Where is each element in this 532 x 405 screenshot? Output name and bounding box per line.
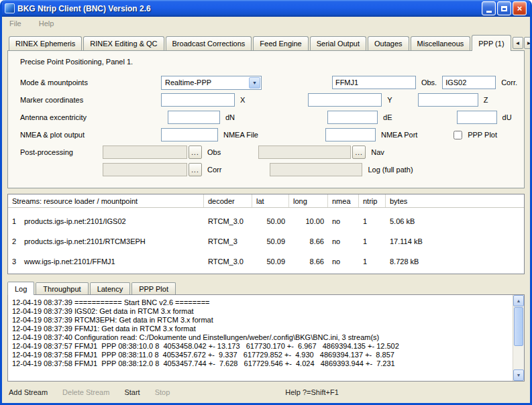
header-ntrip: ntrip <box>359 194 386 207</box>
nmea-plot-output-label: NMEA & plot output <box>20 131 156 139</box>
row-nmea: no <box>328 237 359 245</box>
start-button[interactable]: Start <box>124 388 140 396</box>
corr-mountpoint-input[interactable] <box>442 76 496 89</box>
tab-rinex-ephemeris[interactable]: RINEX Ephemeris <box>9 36 82 50</box>
mode-row: Mode & mountpoints Realtime-PPP ▼ Obs. C… <box>15 74 517 91</box>
log-scrollbar[interactable]: ▲ ▼ <box>513 295 524 381</box>
ppp-plot-label: PPP Plot <box>468 131 497 139</box>
post-nav-label: Nav <box>371 148 384 156</box>
tab-log[interactable]: Log <box>7 282 34 295</box>
nmea-file-label: NMEA File <box>223 131 258 139</box>
bottom-tab-bar: Log Throughput Latency PPP Plot <box>7 282 525 294</box>
row-mountpoint: products.igs-ip.net:2101/RTCM3EPH <box>20 237 204 245</box>
maximize-button[interactable] <box>497 1 511 15</box>
row-nmea: no <box>328 217 359 225</box>
obs-mountpoint-input[interactable] <box>332 76 416 89</box>
marker-coordinates-label: Marker coordinates <box>20 96 156 104</box>
post-corr-browse-button[interactable]: ... <box>189 163 202 176</box>
header-decoder: decoder <box>204 194 252 207</box>
post-log-input[interactable] <box>270 163 362 176</box>
delete-stream-button[interactable]: Delete Stream <box>62 388 109 396</box>
log-line: 12-04-19 08:37:40 Configuration read: C:… <box>12 333 511 342</box>
nmea-port-label: NMEA Port <box>381 131 417 139</box>
scrollbar-thumb[interactable] <box>514 307 523 346</box>
marker-y-input[interactable] <box>308 93 382 107</box>
stream-row[interactable]: 3 www.igs-ip.net:2101/FFMJ1 RTCM_3.0 50.… <box>8 251 524 272</box>
dn-label: dN <box>225 113 235 121</box>
tab-scroll-right-button[interactable]: ► <box>524 37 532 49</box>
post-nav-input[interactable] <box>258 146 351 159</box>
ppp-panel: Precise Point Positioning, Panel 1. Mode… <box>7 50 525 188</box>
row-long: 10.00 <box>289 217 328 225</box>
tab-serial-output[interactable]: Serial Output <box>310 36 366 50</box>
tab-throughput[interactable]: Throughput <box>36 282 88 294</box>
du-label: dU <box>502 113 512 121</box>
footer-bar: Add Stream Delete Stream Start Stop Help… <box>2 382 530 403</box>
minimize-button[interactable] <box>482 1 496 15</box>
header-bytes: bytes <box>386 194 524 207</box>
log-panel: 12-04-19 08:37:39 =========== Start BNC … <box>7 294 525 382</box>
panel-heading: Precise Point Positioning, Panel 1. <box>20 58 517 66</box>
antenna-de-input[interactable] <box>327 111 378 124</box>
post-obs-input[interactable] <box>103 146 187 159</box>
row-decoder: RTCM_3.0 <box>204 257 252 266</box>
tab-ppp-1[interactable]: PPP (1) <box>472 35 511 51</box>
log-line: 12-04-19 08:37:58 FFMJ1 PPP 08:38:11.0 8… <box>12 351 511 359</box>
close-button[interactable]: × <box>513 1 527 15</box>
nmea-file-input[interactable] <box>161 128 218 141</box>
scrollbar-track[interactable] <box>513 347 524 369</box>
row-lat: 50.09 <box>252 237 289 245</box>
menu-bar: File Help <box>2 17 530 30</box>
tab-rinex-editing-qc[interactable]: RINEX Editing & QC <box>83 36 164 50</box>
tab-broadcast-corrections[interactable]: Broadcast Corrections <box>166 36 252 50</box>
tab-ppp-plot[interactable]: PPP Plot <box>131 282 176 294</box>
ppp-plot-checkbox[interactable] <box>454 131 462 139</box>
tab-scroll-left-button[interactable]: ◄ <box>513 37 523 49</box>
tab-miscellaneous[interactable]: Miscellaneous <box>411 36 471 50</box>
tab-outages[interactable]: Outages <box>368 36 409 50</box>
row-ntrip: 1 <box>359 217 386 225</box>
arrow-down-icon: ▼ <box>517 373 521 378</box>
help-shortcut-text: Help ?=Shift+F1 <box>285 388 339 396</box>
arrow-up-icon: ▲ <box>517 298 521 303</box>
row-number: 3 <box>8 257 20 266</box>
mode-mountpoints-label: Mode & mountpoints <box>20 78 156 86</box>
log-line: 12-04-19 08:37:57 FFMJ1 PPP 08:38:10.0 8… <box>12 342 511 351</box>
post-nav-browse-button[interactable]: ... <box>352 146 366 159</box>
window-title: BKG Ntrip Client (BNC) Version 2.6 <box>17 4 480 13</box>
header-long: long <box>289 194 328 207</box>
header-nmea: nmea <box>328 194 359 207</box>
stream-row[interactable]: 2 products.igs-ip.net:2101/RTCM3EPH RTCM… <box>8 231 524 251</box>
app-window: BKG Ntrip Client (BNC) Version 2.6 × Fil… <box>0 0 532 405</box>
scroll-up-button[interactable]: ▲ <box>513 295 524 306</box>
marker-row: Marker coordinates X Y Z <box>15 91 517 109</box>
row-number: 1 <box>8 217 20 225</box>
app-icon <box>5 3 15 13</box>
nmea-port-input[interactable] <box>325 128 376 141</box>
stream-row[interactable]: 1 products.igs-ip.net:2101/IGS02 RTCM_3.… <box>8 211 524 231</box>
row-decoder: RTCM_3.0 <box>204 217 252 225</box>
tab-latency[interactable]: Latency <box>90 282 131 294</box>
antenna-row: Antenna excentricity dN dE dU <box>15 109 517 126</box>
tab-scroll-buttons: ◄ ► <box>513 37 532 50</box>
streams-table: Streams: resource loader / mountpoint de… <box>7 194 525 274</box>
stop-button[interactable]: Stop <box>155 388 170 396</box>
row-bytes: 5.06 kB <box>386 217 524 225</box>
antenna-dn-input[interactable] <box>168 111 220 124</box>
antenna-du-input[interactable] <box>457 111 497 124</box>
post-obs-browse-button[interactable]: ... <box>189 146 202 159</box>
post-corr-input[interactable] <box>103 163 187 176</box>
log-line: 12-04-19 08:37:39 FFMJ1: Get data in RTC… <box>12 325 511 333</box>
log-line: 12-04-19 08:37:58 FFMJ1 PPP 08:38:12.0 8… <box>12 359 511 368</box>
header-mountpoint: Streams: resource loader / mountpoint <box>8 194 204 207</box>
scroll-down-button[interactable]: ▼ <box>513 369 524 381</box>
mountpoint-fields: Obs. Corr. <box>332 76 517 89</box>
marker-x-input[interactable] <box>161 93 235 107</box>
ppp-mode-select[interactable]: Realtime-PPP ▼ <box>161 76 262 90</box>
menu-file[interactable]: File <box>7 18 24 29</box>
tab-feed-engine[interactable]: Feed Engine <box>253 36 308 50</box>
marker-z-input[interactable] <box>418 93 478 107</box>
streams-table-body: 1 products.igs-ip.net:2101/IGS02 RTCM_3.… <box>8 208 524 272</box>
add-stream-button[interactable]: Add Stream <box>9 388 48 396</box>
menu-help[interactable]: Help <box>36 18 57 29</box>
